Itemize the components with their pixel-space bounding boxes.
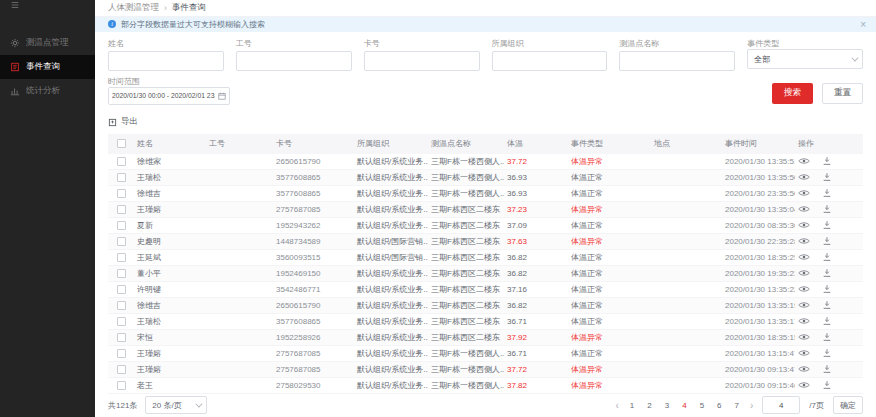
page-button-2[interactable]: 2 [645,401,653,410]
row-checkbox[interactable] [108,157,134,166]
cell-card-no: 1952469150 [273,269,354,278]
search-button[interactable]: 搜索 [772,83,813,104]
point-name-input[interactable] [619,51,735,71]
row-checkbox[interactable] [108,269,134,278]
table-toolbar: 导出 [95,109,876,134]
view-icon[interactable] [798,221,810,229]
row-checkbox[interactable] [108,173,134,182]
cell-event-time: 2020/01/30 13:35:50 [722,173,795,182]
page-button-1[interactable]: 1 [628,401,636,410]
cell-organization: 默认组织/系统业务... [354,348,428,359]
row-checkbox[interactable] [108,237,134,246]
view-icon[interactable] [798,173,810,181]
download-icon[interactable] [822,252,832,262]
view-icon[interactable] [798,237,810,245]
employee-id-input[interactable] [236,51,352,71]
cell-event-type: 体温异常 [568,156,651,167]
col-event-time: 事件时间 [722,138,795,149]
view-icon[interactable] [798,157,810,165]
filter-event-type: 事件类型 全部 [747,38,863,71]
export-button[interactable]: 导出 [108,116,138,128]
download-icon[interactable] [822,316,832,326]
next-page-button[interactable]: › [750,400,753,411]
view-icon[interactable] [798,301,810,309]
sidebar-item-partial[interactable] [0,0,95,17]
row-checkbox[interactable] [108,381,134,390]
download-icon[interactable] [822,204,832,214]
page-button-3[interactable]: 3 [663,401,671,410]
download-icon[interactable] [822,348,832,358]
row-checkbox[interactable] [108,285,134,294]
time-range-picker[interactable] [108,87,230,105]
card-no-input[interactable] [364,51,480,71]
view-icon[interactable] [798,349,810,357]
cell-organization: 默认组织/系统业务... [354,156,428,167]
download-icon[interactable] [822,332,832,342]
row-checkbox[interactable] [108,349,134,358]
cell-organization: 默认组织/系统业务... [354,300,428,311]
sidebar-item-label: 测温点管理 [26,37,69,49]
download-icon[interactable] [822,236,832,246]
breadcrumb-current: 事件查询 [172,2,206,14]
download-icon[interactable] [822,300,832,310]
col-name: 姓名 [134,138,206,149]
page-button-5[interactable]: 5 [698,401,706,410]
export-label: 导出 [121,116,138,128]
sidebar-item-statistics[interactable]: 统计分析 [0,79,95,103]
view-icon[interactable] [798,269,810,277]
row-checkbox[interactable] [108,333,134,342]
download-icon[interactable] [822,268,832,278]
row-checkbox[interactable] [108,205,134,214]
view-icon[interactable] [798,205,810,213]
row-checkbox[interactable] [108,365,134,374]
page-button-7[interactable]: 7 [733,401,741,410]
cell-organization: 默认组织/系统业务... [354,364,428,375]
chevron-down-icon [851,54,858,61]
cell-event-time: 2020/01/30 23:35:50 [722,189,795,198]
sidebar-item-event-query[interactable]: 事件查询 [0,55,95,79]
reset-button[interactable]: 重置 [822,83,863,104]
confirm-button[interactable]: 确定 [833,396,863,414]
download-icon[interactable] [822,156,832,166]
event-type-select[interactable]: 全部 [747,49,863,69]
view-icon[interactable] [798,381,810,389]
breadcrumb-root[interactable]: 人体测温管理 [108,2,159,14]
row-checkbox[interactable] [108,253,134,262]
download-icon[interactable] [822,220,832,230]
row-checkbox[interactable] [108,301,134,310]
cell-name: 徐维吉 [134,188,206,199]
download-icon[interactable] [822,188,832,198]
download-icon[interactable] [822,364,832,374]
cell-temperature: 37.92 [504,333,568,342]
download-icon[interactable] [822,284,832,294]
view-icon[interactable] [798,365,810,373]
table-row: 宋恒1952258926默认组织/系统业务...三期F栋西区二楼东37.92体温… [108,330,863,346]
row-checkbox[interactable] [108,221,134,230]
close-icon[interactable]: × [860,20,866,30]
organization-input[interactable] [492,51,608,71]
view-icon[interactable] [798,285,810,293]
name-input[interactable] [108,51,224,71]
cell-operations [795,284,862,294]
table-row: 夏新1952943262默认组织/系统业务...三期F栋西区二楼东37.09体温… [108,218,863,234]
row-checkbox[interactable] [108,317,134,326]
prev-page-button[interactable]: ‹ [615,400,618,411]
page-button-4[interactable]: 4 [680,401,688,410]
sidebar-item-measure-points[interactable]: 测温点管理 [0,31,95,55]
view-icon[interactable] [798,189,810,197]
download-icon[interactable] [822,380,832,390]
filter-employee-id: 工号 [236,38,352,71]
view-icon[interactable] [798,333,810,341]
view-icon[interactable] [798,253,810,261]
cell-temperature: 36.82 [504,253,568,262]
filter-form: 姓名 工号 卡号 所属组织 测温点名称 [95,32,876,109]
cell-point-name: 三期F栋一楼西侧人... [428,364,504,375]
page-size-select[interactable]: 20 条/页 [145,396,207,414]
download-icon[interactable] [822,172,832,182]
page-jump-input[interactable] [762,396,800,414]
row-checkbox[interactable] [108,189,134,198]
select-all-checkbox[interactable] [108,139,134,148]
page-button-6[interactable]: 6 [715,401,723,410]
view-icon[interactable] [798,317,810,325]
time-range-input[interactable] [112,92,215,99]
